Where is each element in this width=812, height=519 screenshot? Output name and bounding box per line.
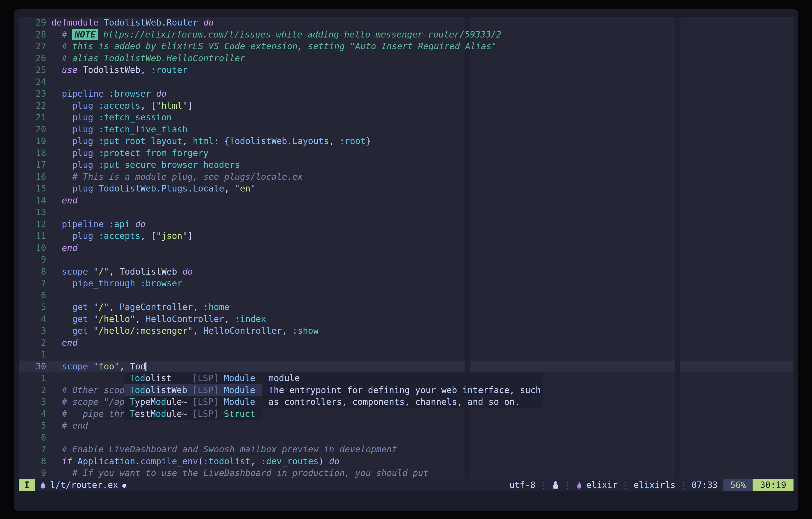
scroll-percent: 56% xyxy=(723,479,753,491)
code-line[interactable]: 2 end xyxy=(19,337,793,349)
text-cursor xyxy=(145,362,146,371)
code-line[interactable]: 16 # This is a module plug, see plugs/lo… xyxy=(19,171,793,183)
completion-item[interactable]: TestModule~[LSP] Struct xyxy=(124,408,262,420)
statusline-right: utf-8 ⋮ ⋮ elixir ⋮ elixirls ⋮ 07:33 56% … xyxy=(509,479,793,491)
line-number: 3 xyxy=(19,325,51,337)
linux-penguin-icon xyxy=(551,481,560,490)
line-number: 15 xyxy=(19,183,51,195)
clock: 07:33 xyxy=(692,480,718,490)
code-line[interactable]: 6 xyxy=(19,432,793,444)
lsp-client: elixirls xyxy=(634,480,675,490)
line-number: 25 xyxy=(19,64,51,76)
line-number: 5 xyxy=(19,420,51,432)
code-line[interactable]: 10 end xyxy=(19,242,793,254)
code-line[interactable]: 5 get "/", PageController, :home xyxy=(19,301,793,313)
code-line[interactable]: 24 xyxy=(19,76,793,88)
line-number: 26 xyxy=(19,52,51,64)
line-number: 18 xyxy=(19,147,51,159)
code-line[interactable]: 7 # Enable LiveDashboard and Swoosh mail… xyxy=(19,443,793,455)
completion-item[interactable]: TodolistWeb[LSP] Module xyxy=(124,384,262,396)
statusline: I l/t/router.ex ● utf-8 ⋮ ⋮ elixir ⋮ eli… xyxy=(19,479,793,491)
code-line[interactable]: 22 plug :accepts, ["html"] xyxy=(19,100,793,112)
separator-icon: ⋮ xyxy=(621,480,630,490)
code-line[interactable]: 1 xyxy=(19,349,793,361)
completion-item[interactable]: TypeModule~[LSP] Module xyxy=(124,396,262,408)
code-line[interactable]: 13 xyxy=(19,206,793,218)
code-line[interactable]: 4 get "/hello", HelloController, :index xyxy=(19,313,793,325)
code-line[interactable]: 14 end xyxy=(19,195,793,207)
code-line[interactable]: 15 plug TodolistWeb.Plugs.Locale, "en" xyxy=(19,183,793,195)
line-number: 12 xyxy=(19,218,51,230)
code-line[interactable]: 17 plug :put_secure_browser_headers xyxy=(19,159,793,171)
doc-line: as controllers, components, channels, an… xyxy=(263,396,543,408)
line-number: 6 xyxy=(19,432,51,444)
line-number: 29 xyxy=(19,17,51,29)
doc-line: module xyxy=(263,372,543,384)
line-number: 5 xyxy=(19,301,51,313)
line-number: 20 xyxy=(19,123,51,136)
line-number: 2 xyxy=(19,384,51,396)
line-number: 7 xyxy=(19,278,51,289)
separator-icon: ⋮ xyxy=(539,480,548,490)
mode-indicator: I xyxy=(19,479,35,491)
cursor-position: 30:19 xyxy=(753,479,793,491)
line-number: 23 xyxy=(19,88,51,100)
completion-item[interactable]: Todolist[LSP] Module xyxy=(124,372,262,384)
editor-pane[interactable]: 29defmodule TodolistWeb.Router do28 # NO… xyxy=(19,17,793,479)
code-line[interactable]: 8 scope "/", TodolistWeb do xyxy=(19,266,793,278)
separator-icon: ⋮ xyxy=(679,480,688,490)
code-line[interactable]: 25 use TodolistWeb, :router xyxy=(19,64,793,76)
elixir-droplet-icon xyxy=(576,481,583,490)
code-line[interactable]: 5 # end xyxy=(19,420,793,432)
code-line[interactable]: 28 # NOTE https://elixirforum.com/t/issu… xyxy=(19,29,793,41)
line-number: 22 xyxy=(19,100,51,112)
encoding: utf-8 xyxy=(509,480,535,490)
line-number: 17 xyxy=(19,159,51,171)
separator-icon: ⋮ xyxy=(563,480,572,490)
line-number: 11 xyxy=(19,230,51,242)
line-number: 13 xyxy=(19,206,51,218)
code-line[interactable]: 3 get "/hello/:messenger", HelloControll… xyxy=(19,325,793,337)
filetype: elixir xyxy=(586,480,618,490)
line-number: 27 xyxy=(19,40,51,52)
line-number: 9 xyxy=(19,254,51,266)
line-number: 21 xyxy=(19,112,51,123)
code-line[interactable]: 19 plug :put_root_layout, html: {Todolis… xyxy=(19,135,793,147)
line-number: 8 xyxy=(19,455,51,467)
line-number: 28 xyxy=(19,29,51,41)
code-line[interactable]: 6 xyxy=(19,289,793,301)
code-line[interactable]: 9 # If you want to use the LiveDashboard… xyxy=(19,467,793,479)
code-line[interactable]: 29defmodule TodolistWeb.Router do xyxy=(19,17,793,29)
droplet-icon xyxy=(39,481,47,490)
code-line[interactable]: 20 plug :fetch_live_flash xyxy=(19,123,793,136)
line-number: 4 xyxy=(19,313,51,325)
code-line[interactable]: 23 pipeline :browser do xyxy=(19,88,793,100)
code-line[interactable]: 21 plug :fetch_session xyxy=(19,112,793,123)
line-number: 6 xyxy=(19,289,51,301)
completion-docs: moduleThe entrypoint for defining your w… xyxy=(263,372,543,408)
line-number: 24 xyxy=(19,76,51,88)
code-line[interactable]: 12 pipeline :api do xyxy=(19,218,793,230)
code-line[interactable]: 18 plug :protect_from_forgery xyxy=(19,147,793,159)
code-line[interactable]: 26 # alias TodolistWeb.HelloController xyxy=(19,52,793,64)
line-number: 1 xyxy=(19,372,51,384)
code-line[interactable]: 27 # this is added by ElixirLS VS Code e… xyxy=(19,40,793,52)
modified-indicator: ● xyxy=(122,481,126,489)
code-line[interactable]: 8 if Application.compile_env(:todolist, … xyxy=(19,455,793,467)
filename: l/t/router.ex xyxy=(50,480,118,490)
line-number: 30 xyxy=(19,361,51,373)
code-line[interactable]: 30 scope "foo", Tod xyxy=(19,361,793,373)
code-line[interactable]: 7 pipe_through :browser xyxy=(19,278,793,289)
line-number: 7 xyxy=(19,443,51,455)
terminal-window: 29defmodule TodolistWeb.Router do28 # NO… xyxy=(14,9,798,511)
line-number: 10 xyxy=(19,242,51,254)
line-number: 1 xyxy=(19,349,51,361)
line-number: 3 xyxy=(19,396,51,408)
line-number: 2 xyxy=(19,337,51,349)
code-line[interactable]: 11 plug :accepts, ["json"] xyxy=(19,230,793,242)
line-number: 19 xyxy=(19,135,51,147)
completion-popup[interactable]: Todolist[LSP] ModuleTodolistWeb[LSP] Mod… xyxy=(124,372,262,420)
line-number: 16 xyxy=(19,171,51,183)
screen: 29defmodule TodolistWeb.Router do28 # NO… xyxy=(0,0,812,519)
code-line[interactable]: 9 xyxy=(19,254,793,266)
